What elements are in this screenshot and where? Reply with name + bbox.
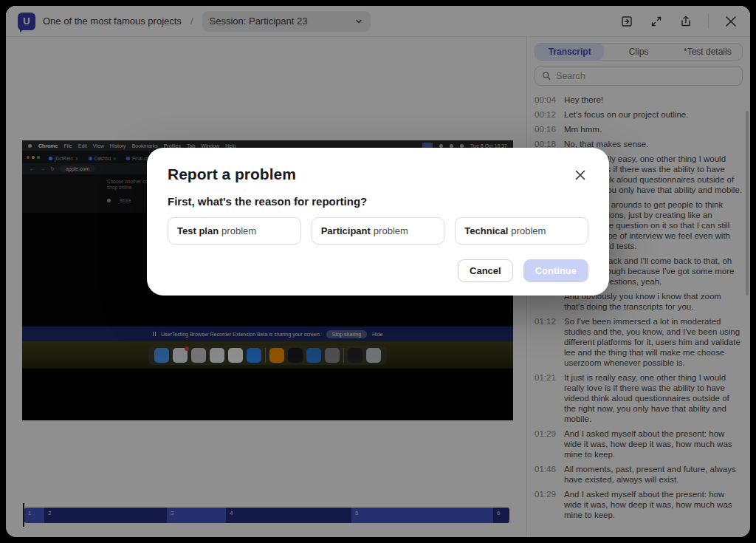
modal-question: First, what's the reason for reporting? bbox=[168, 195, 588, 208]
option-test-plan-problem[interactable]: Test planproblem bbox=[168, 217, 301, 245]
report-options: Test planproblem Participantproblem Tech… bbox=[168, 217, 588, 245]
close-icon bbox=[573, 168, 588, 182]
modal-title: Report a problem bbox=[168, 165, 296, 183]
modal-close-button[interactable] bbox=[572, 167, 588, 183]
option-technical-problem[interactable]: Technicalproblem bbox=[455, 217, 588, 245]
report-problem-modal: Report a problem First, what's the reaso… bbox=[147, 148, 609, 296]
continue-button[interactable]: Continue bbox=[523, 259, 588, 282]
app-window: U One of the most famous projects / Sess… bbox=[6, 6, 750, 537]
cancel-button[interactable]: Cancel bbox=[458, 259, 513, 282]
option-participant-problem[interactable]: Participantproblem bbox=[312, 217, 445, 245]
